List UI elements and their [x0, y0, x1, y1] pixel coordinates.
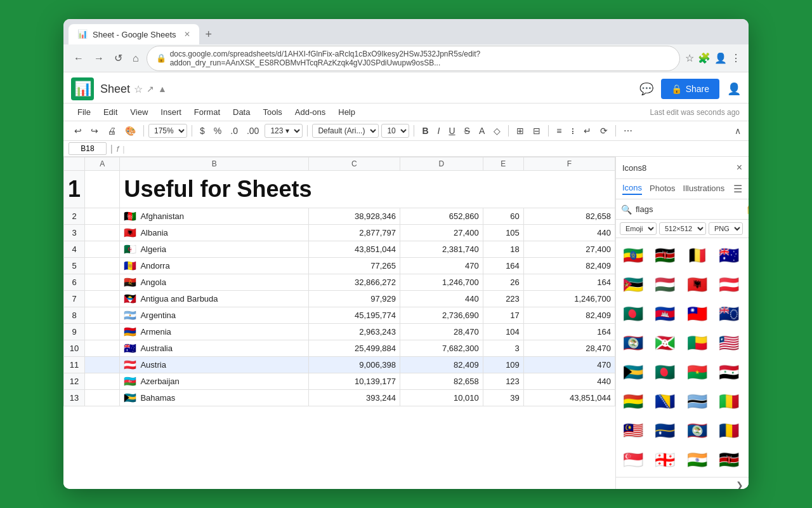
bold-button[interactable]: B — [419, 124, 431, 138]
panel-icon-item[interactable]: 🇭🇺 — [652, 271, 678, 298]
forward-button[interactable]: → — [91, 51, 107, 65]
row4-col-e[interactable]: 18 — [483, 241, 523, 258]
panel-search-input[interactable] — [636, 204, 742, 214]
panel-icon-item[interactable]: 🇧🇼 — [684, 388, 710, 415]
row7-col-d[interactable]: 440 — [400, 291, 483, 307]
panel-icon-item[interactable]: 🇧🇿 — [684, 417, 710, 444]
row6-col-a[interactable] — [85, 274, 120, 291]
row13-col-d[interactable]: 10,010 — [400, 390, 483, 406]
extension-icon[interactable]: 🧩 — [698, 52, 710, 64]
undo-button[interactable]: ↩ — [71, 124, 85, 138]
panel-menu-button[interactable]: ☰ — [733, 183, 742, 195]
row7-col-c[interactable]: 97,929 — [308, 291, 400, 307]
row13-col-a[interactable] — [85, 390, 120, 406]
panel-icon-item[interactable]: 🇨🇰 — [716, 300, 742, 327]
row11-col-f[interactable]: 470 — [523, 357, 615, 373]
align-v-button[interactable]: ⫶ — [567, 124, 578, 138]
tab-icons[interactable]: Icons — [622, 183, 642, 195]
merge-button[interactable]: ⊟ — [530, 124, 544, 138]
panel-icon-item[interactable]: 🇳🇷 — [652, 417, 678, 444]
panel-close-button[interactable]: × — [737, 162, 742, 173]
comments-button[interactable]: 💬 — [639, 82, 653, 96]
format-filter-select[interactable]: PNG — [709, 222, 743, 235]
panel-icon-item[interactable]: 🇦🇹 — [716, 271, 742, 298]
wrap-button[interactable]: ↵ — [580, 124, 594, 138]
row2-col-d[interactable]: 652,860 — [400, 208, 483, 225]
panel-icon-item[interactable]: 🇰🇪 — [716, 446, 742, 473]
row6-col-f[interactable]: 164 — [523, 274, 615, 291]
row2-col-a[interactable] — [85, 208, 120, 225]
row13-col-c[interactable]: 393,244 — [308, 390, 400, 406]
redo-button[interactable]: ↪ — [88, 124, 102, 138]
row12-col-a[interactable] — [85, 373, 120, 390]
row-header-13[interactable]: 13 — [64, 390, 85, 406]
row5-col-e[interactable]: 164 — [483, 258, 523, 274]
panel-icon-item[interactable]: 🇱🇷 — [716, 330, 742, 356]
panel-icon-item[interactable]: 🇧🇴 — [620, 388, 646, 415]
move-icon[interactable]: ↗ — [147, 84, 154, 94]
row8-col-d[interactable]: 2,736,690 — [400, 307, 483, 324]
col-header-b[interactable]: B — [120, 157, 308, 171]
row8-col-e[interactable]: 17 — [483, 307, 523, 324]
row-header-3[interactable]: 3 — [64, 225, 85, 241]
row9-col-e[interactable]: 104 — [483, 324, 523, 340]
panel-icon-item[interactable]: 🇧🇩 — [652, 359, 678, 385]
format-select[interactable]: 123 ▾ — [265, 124, 303, 138]
row9-col-a[interactable] — [85, 324, 120, 340]
row6-col-e[interactable]: 26 — [483, 274, 523, 291]
refresh-button[interactable]: ↺ — [112, 51, 125, 65]
cell-reference-input[interactable]: B18 — [69, 142, 107, 155]
panel-icon-item[interactable]: 🇧🇪 — [684, 242, 710, 269]
star-icon[interactable]: ☆ — [134, 83, 143, 95]
panel-icon-item[interactable]: 🇪🇹 — [620, 242, 646, 269]
currency-button[interactable]: $ — [197, 124, 208, 138]
paint-format-button[interactable]: 🎨 — [122, 124, 139, 138]
panel-folder-button[interactable]: 📁 — [746, 203, 749, 215]
row4-col-c[interactable]: 43,851,044 — [308, 241, 400, 258]
row4-country-cell[interactable]: 🇩🇿 Algeria — [120, 241, 308, 258]
new-tab-button[interactable]: + — [202, 28, 216, 41]
panel-icon-item[interactable]: 🇧🇫 — [684, 359, 710, 385]
home-button[interactable]: ⌂ — [130, 51, 141, 65]
panel-icon-item[interactable]: 🇰🇪 — [652, 242, 678, 269]
row-header-9[interactable]: 9 — [64, 324, 85, 340]
row3-col-c[interactable]: 2,877,797 — [308, 225, 400, 241]
row-header-8[interactable]: 8 — [64, 307, 85, 324]
row8-col-f[interactable]: 82,409 — [523, 307, 615, 324]
panel-icon-item[interactable]: 🇬🇪 — [652, 446, 678, 473]
borders-button[interactable]: ⊞ — [513, 124, 527, 138]
panel-icon-item[interactable]: 🇧🇩 — [620, 300, 646, 327]
row10-col-e[interactable]: 3 — [483, 340, 523, 357]
row-header-7[interactable]: 7 — [64, 291, 85, 307]
menu-view[interactable]: View — [125, 105, 153, 119]
panel-icon-item[interactable]: 🇦🇱 — [684, 271, 710, 298]
row4-col-f[interactable]: 27,400 — [523, 241, 615, 258]
tab-close-btn[interactable]: ✕ — [184, 30, 190, 39]
col-header-e[interactable]: E — [483, 157, 523, 171]
col-header-f[interactable]: F — [523, 157, 615, 171]
panel-icon-item[interactable]: 🇹🇩 — [716, 417, 742, 444]
panel-icon-item[interactable]: 🇧🇯 — [684, 330, 710, 356]
panel-icon-item[interactable]: 🇮🇳 — [684, 446, 710, 473]
percent-button[interactable]: % — [211, 124, 225, 138]
font-select[interactable]: Default (Ari...) — [312, 124, 379, 138]
col-header-d[interactable]: D — [400, 157, 483, 171]
row11-col-e[interactable]: 109 — [483, 357, 523, 373]
row-header-5[interactable]: 5 — [64, 258, 85, 274]
row9-col-f[interactable]: 164 — [523, 324, 615, 340]
star-icon[interactable]: ☆ — [685, 52, 694, 64]
panel-icon-item[interactable]: 🇧🇿 — [620, 330, 646, 356]
row3-col-d[interactable]: 27,400 — [400, 225, 483, 241]
menu-data[interactable]: Data — [228, 105, 255, 119]
menu-icon[interactable]: ⋮ — [731, 52, 741, 64]
row5-country-cell[interactable]: 🇦🇩 Andorra — [120, 258, 308, 274]
row10-col-d[interactable]: 7,682,300 — [400, 340, 483, 357]
decimal-more-button[interactable]: .00 — [244, 124, 262, 138]
row12-col-c[interactable]: 10,139,177 — [308, 373, 400, 390]
col-header-c[interactable]: C — [308, 157, 400, 171]
row11-country-cell[interactable]: 🇦🇹 Austria — [120, 357, 308, 373]
row-header-2[interactable]: 2 — [64, 208, 85, 225]
menu-edit[interactable]: Edit — [98, 105, 122, 119]
url-bar[interactable]: 🔒 docs.google.com/spreadsheets/d/1AHXI-f… — [147, 46, 680, 71]
menu-help[interactable]: Help — [333, 105, 360, 119]
